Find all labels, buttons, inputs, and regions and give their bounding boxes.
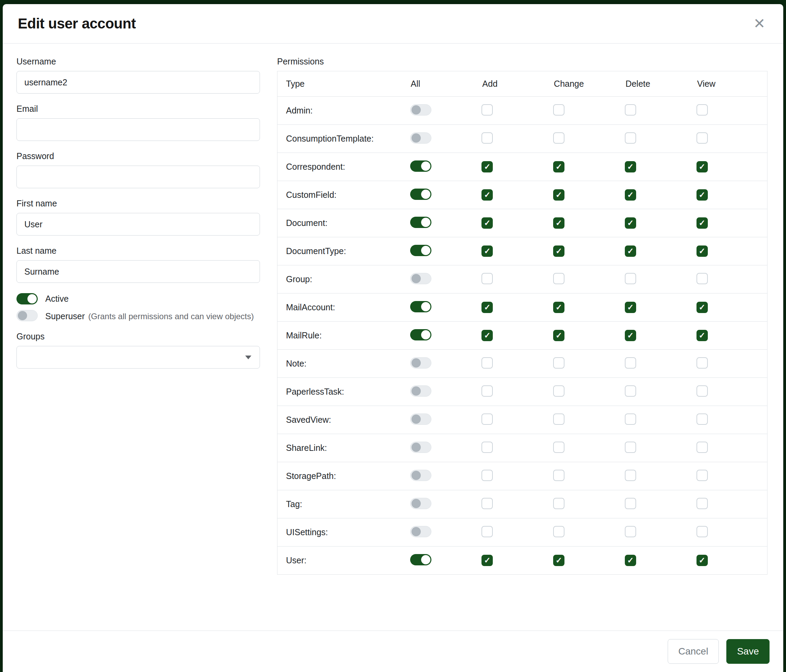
permission-all-toggle[interactable] bbox=[410, 385, 431, 397]
permission-change-checkbox[interactable]: ✓ bbox=[553, 245, 564, 257]
permission-type-label: UISettings: bbox=[277, 518, 409, 546]
permission-view-checkbox[interactable] bbox=[696, 385, 708, 397]
permission-all-toggle[interactable] bbox=[410, 217, 431, 228]
permission-add-checkbox[interactable] bbox=[481, 441, 493, 453]
close-icon[interactable]: ✕ bbox=[751, 15, 768, 32]
permission-delete-checkbox[interactable] bbox=[625, 385, 636, 397]
permission-all-toggle[interactable] bbox=[410, 273, 431, 284]
last-name-field[interactable] bbox=[16, 260, 260, 283]
permission-change-checkbox[interactable]: ✓ bbox=[553, 555, 564, 566]
permission-delete-checkbox[interactable] bbox=[625, 441, 636, 453]
permission-delete-checkbox[interactable] bbox=[625, 470, 636, 481]
permission-view-checkbox[interactable]: ✓ bbox=[696, 189, 708, 201]
permission-delete-checkbox[interactable]: ✓ bbox=[625, 330, 636, 341]
permission-change-checkbox[interactable] bbox=[553, 132, 564, 144]
permission-all-toggle[interactable] bbox=[410, 498, 431, 509]
modal-header: Edit user account ✕ bbox=[3, 4, 783, 44]
permission-all-toggle[interactable] bbox=[410, 329, 431, 341]
permission-view-checkbox[interactable] bbox=[696, 526, 708, 537]
active-toggle[interactable] bbox=[16, 293, 38, 305]
permission-view-checkbox[interactable] bbox=[696, 441, 708, 453]
permission-delete-checkbox[interactable] bbox=[625, 526, 636, 537]
permission-all-toggle[interactable] bbox=[410, 301, 431, 312]
permission-view-checkbox[interactable]: ✓ bbox=[696, 555, 708, 566]
permission-change-checkbox[interactable] bbox=[553, 413, 564, 425]
email-field[interactable] bbox=[16, 118, 260, 141]
permission-view-checkbox[interactable] bbox=[696, 357, 708, 369]
permission-all-toggle[interactable] bbox=[410, 526, 431, 537]
permission-delete-checkbox[interactable] bbox=[625, 413, 636, 425]
permission-change-checkbox[interactable] bbox=[553, 357, 564, 369]
permission-change-checkbox[interactable]: ✓ bbox=[553, 189, 564, 201]
permission-view-checkbox[interactable] bbox=[696, 470, 708, 481]
permission-view-checkbox[interactable]: ✓ bbox=[696, 161, 708, 173]
permission-delete-checkbox[interactable] bbox=[625, 273, 636, 284]
permission-delete-checkbox[interactable]: ✓ bbox=[625, 555, 636, 566]
permission-change-checkbox[interactable]: ✓ bbox=[553, 302, 564, 313]
permission-all-toggle[interactable] bbox=[410, 188, 431, 200]
permission-add-checkbox[interactable] bbox=[481, 413, 493, 425]
permission-view-checkbox[interactable] bbox=[696, 104, 708, 116]
permission-add-checkbox[interactable] bbox=[481, 104, 493, 116]
permission-view-checkbox[interactable] bbox=[696, 273, 708, 284]
permission-view-checkbox[interactable] bbox=[696, 498, 708, 509]
permission-add-checkbox[interactable] bbox=[481, 132, 493, 144]
permission-change-checkbox[interactable] bbox=[553, 526, 564, 537]
groups-select[interactable] bbox=[16, 346, 260, 369]
permission-add-checkbox[interactable] bbox=[481, 498, 493, 509]
permission-delete-checkbox[interactable]: ✓ bbox=[625, 302, 636, 313]
cancel-button[interactable]: Cancel bbox=[668, 639, 719, 664]
permission-all-toggle[interactable] bbox=[410, 441, 431, 453]
permission-change-checkbox[interactable] bbox=[553, 385, 564, 397]
permission-all-toggle[interactable] bbox=[410, 160, 431, 172]
permission-delete-checkbox[interactable]: ✓ bbox=[625, 217, 636, 229]
permission-add-checkbox[interactable] bbox=[481, 470, 493, 481]
password-field[interactable] bbox=[16, 166, 260, 188]
active-switch-row: Active bbox=[16, 293, 260, 305]
permission-add-checkbox[interactable]: ✓ bbox=[481, 330, 493, 341]
permission-delete-checkbox[interactable] bbox=[625, 104, 636, 116]
permission-view-checkbox[interactable]: ✓ bbox=[696, 302, 708, 313]
permission-add-checkbox[interactable]: ✓ bbox=[481, 302, 493, 313]
permission-view-checkbox[interactable]: ✓ bbox=[696, 217, 708, 229]
permission-all-toggle[interactable] bbox=[410, 357, 431, 369]
permission-add-checkbox[interactable]: ✓ bbox=[481, 189, 493, 201]
permission-add-checkbox[interactable]: ✓ bbox=[481, 245, 493, 257]
permission-all-toggle[interactable] bbox=[410, 132, 431, 144]
permission-type-label: User: bbox=[277, 546, 409, 575]
permission-view-checkbox[interactable] bbox=[696, 132, 708, 144]
permission-add-checkbox[interactable] bbox=[481, 526, 493, 537]
permission-delete-checkbox[interactable]: ✓ bbox=[625, 189, 636, 201]
permission-change-checkbox[interactable] bbox=[553, 273, 564, 284]
permission-view-checkbox[interactable]: ✓ bbox=[696, 330, 708, 341]
first-name-field[interactable] bbox=[16, 213, 260, 236]
permission-delete-checkbox[interactable] bbox=[625, 357, 636, 369]
permission-all-toggle[interactable] bbox=[410, 413, 431, 425]
permission-change-checkbox[interactable]: ✓ bbox=[553, 330, 564, 341]
permission-change-checkbox[interactable]: ✓ bbox=[553, 161, 564, 173]
save-button[interactable]: Save bbox=[726, 639, 770, 664]
permission-add-checkbox[interactable]: ✓ bbox=[481, 161, 493, 173]
permission-delete-checkbox[interactable] bbox=[625, 132, 636, 144]
permission-delete-checkbox[interactable]: ✓ bbox=[625, 161, 636, 173]
permission-change-checkbox[interactable]: ✓ bbox=[553, 217, 564, 229]
permission-all-toggle[interactable] bbox=[410, 104, 431, 116]
permission-all-toggle[interactable] bbox=[410, 245, 431, 256]
permission-add-checkbox[interactable] bbox=[481, 273, 493, 284]
permission-change-checkbox[interactable] bbox=[553, 441, 564, 453]
permission-change-checkbox[interactable] bbox=[553, 470, 564, 481]
superuser-toggle[interactable] bbox=[16, 310, 38, 321]
permission-view-checkbox[interactable]: ✓ bbox=[696, 245, 708, 257]
permission-delete-checkbox[interactable] bbox=[625, 498, 636, 509]
username-input[interactable] bbox=[16, 71, 260, 94]
permission-change-checkbox[interactable] bbox=[553, 104, 564, 116]
permission-add-checkbox[interactable]: ✓ bbox=[481, 217, 493, 229]
permission-add-checkbox[interactable] bbox=[481, 385, 493, 397]
permission-add-checkbox[interactable] bbox=[481, 357, 493, 369]
permission-add-checkbox[interactable]: ✓ bbox=[481, 555, 493, 566]
permission-delete-checkbox[interactable]: ✓ bbox=[625, 245, 636, 257]
permission-all-toggle[interactable] bbox=[410, 470, 431, 481]
permission-change-checkbox[interactable] bbox=[553, 498, 564, 509]
permission-all-toggle[interactable] bbox=[410, 554, 431, 565]
permission-view-checkbox[interactable] bbox=[696, 413, 708, 425]
